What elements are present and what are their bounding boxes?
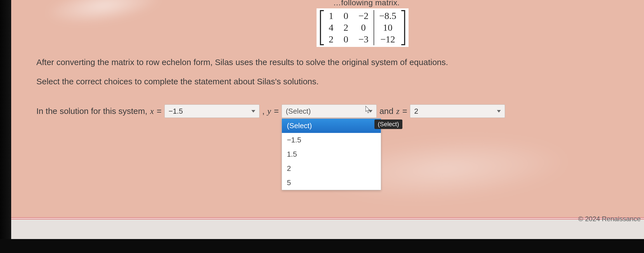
instruction-text-1: After converting the matrix to row echel… (36, 56, 627, 68)
glare (43, 0, 164, 30)
select-y[interactable]: (Select) (282, 104, 377, 118)
answer-lead: In the solution for this system, (36, 106, 147, 116)
matrix-row: 4 2 0 10 (324, 22, 402, 34)
chevron-down-icon (497, 110, 501, 113)
bracket-left (320, 10, 324, 45)
matrix-cell: 0 (353, 22, 374, 34)
and-text: and (379, 106, 393, 116)
dropdown-option[interactable]: −1.5 (282, 133, 381, 147)
dropdown-option[interactable]: 2 (282, 161, 381, 176)
matrix-row: 2 0 −3 −12 (324, 34, 402, 45)
var-z: z (396, 106, 400, 116)
matrix-table: 1 0 −2 −8.5 4 2 0 10 2 0 −3 −12 (324, 10, 402, 45)
select-tooltip: (Select) (374, 120, 402, 129)
var-x: x (150, 106, 154, 116)
matrix-cell: 2 (324, 34, 339, 45)
matrix-cell: 0 (339, 10, 353, 22)
select-x[interactable]: −1.5 (164, 104, 260, 118)
matrix-aug-cell: −8.5 (374, 10, 402, 22)
select-z[interactable]: 2 (410, 104, 505, 118)
equals: = (157, 106, 162, 116)
chevron-down-icon (251, 110, 255, 113)
monitor-bezel-left (0, 0, 11, 253)
answer-row: In the solution for this system, x = −1.… (36, 104, 627, 118)
select-z-value: 2 (414, 107, 418, 116)
matrix-row: 1 0 −2 −8.5 (324, 10, 402, 22)
matrix-aug-cell: −12 (374, 34, 402, 45)
bracket-right (401, 10, 405, 45)
matrix-cell: 0 (339, 34, 353, 45)
matrix-aug-cell: 10 (374, 22, 402, 34)
select-x-value: −1.5 (169, 107, 183, 116)
equals: = (274, 106, 279, 116)
monitor-bezel-bottom (0, 239, 644, 253)
select-y-dropdown[interactable]: (Select) −1.5 1.5 2 5 (282, 118, 381, 190)
matrix-cell: 1 (324, 10, 339, 22)
copyright-text: © 2024 Renaissance (578, 215, 641, 223)
matrix-cell: −3 (353, 34, 374, 45)
comma: , (262, 106, 265, 116)
truncated-heading: …following matrix. (333, 0, 400, 7)
var-y: y (267, 106, 271, 116)
footer-bar (11, 219, 644, 239)
select-y-placeholder: (Select) (286, 107, 311, 116)
augmented-matrix: 1 0 −2 −8.5 4 2 0 10 2 0 −3 −12 (317, 8, 409, 47)
matrix-cell: 4 (324, 22, 339, 34)
app-screen: …following matrix. 1 0 −2 −8.5 4 2 0 10 … (11, 0, 644, 239)
matrix-cell: 2 (339, 22, 353, 34)
dropdown-option[interactable]: 5 (282, 176, 381, 190)
dropdown-option-placeholder[interactable]: (Select) (282, 119, 381, 133)
section-divider (11, 217, 644, 219)
chevron-down-icon (369, 110, 372, 113)
equals: = (402, 106, 407, 116)
matrix-cell: −2 (353, 10, 374, 22)
instruction-text-2: Select the correct choices to complete t… (36, 75, 627, 88)
dropdown-option[interactable]: 1.5 (282, 147, 381, 161)
